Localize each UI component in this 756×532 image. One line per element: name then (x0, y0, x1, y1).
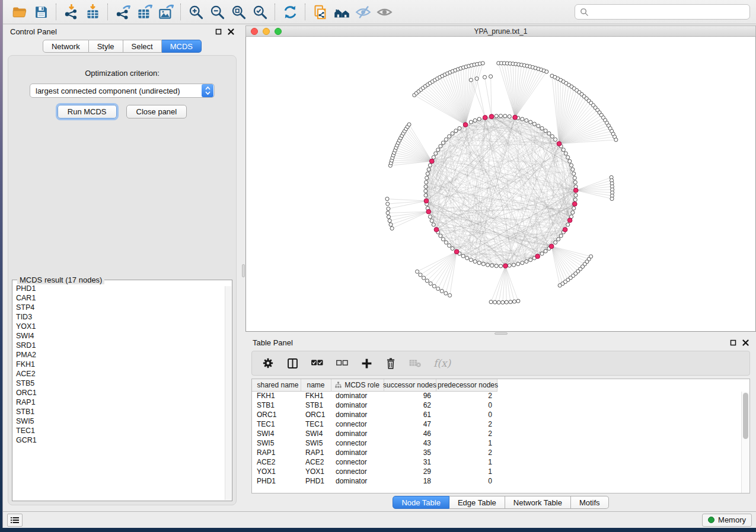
close-panel-icon[interactable] (228, 28, 234, 35)
result-node-item[interactable]: SWI4 (16, 331, 232, 341)
show-column-icon[interactable] (286, 357, 299, 370)
close-panel-button[interactable]: Close panel (126, 105, 187, 118)
table-cell[interactable]: dominator (331, 476, 384, 486)
table-cell[interactable]: YOX1 (301, 467, 331, 476)
result-node-item[interactable]: TID3 (16, 312, 232, 322)
float-panel-icon[interactable] (730, 339, 736, 346)
hide-selected-icon[interactable] (352, 2, 374, 21)
tab-motifs[interactable]: Motifs (571, 496, 609, 509)
result-scrollbar[interactable] (225, 286, 231, 500)
memory-button[interactable]: Memory (702, 514, 752, 527)
table-cell[interactable]: 0 (436, 410, 497, 419)
float-panel-icon[interactable] (215, 28, 222, 35)
column-header-MCDS-role[interactable]: MCDS role (331, 379, 384, 391)
table-cell[interactable]: dominator (331, 448, 384, 457)
table-cell[interactable]: RAP1 (252, 448, 301, 457)
table-cell[interactable]: SWI5 (252, 438, 301, 448)
result-node-item[interactable]: PHD1 (16, 284, 232, 293)
export-image-icon[interactable] (155, 2, 176, 21)
table-cell[interactable]: 47 (384, 419, 436, 429)
result-node-item[interactable]: RAP1 (16, 398, 232, 407)
table-cell[interactable]: dominator (331, 410, 384, 419)
tab-mcds[interactable]: MCDS (162, 40, 202, 53)
result-node-item[interactable]: STB5 (16, 379, 232, 388)
search-input[interactable] (575, 4, 750, 20)
table-cell[interactable]: STB1 (301, 400, 331, 410)
show-all-icon[interactable] (374, 2, 395, 21)
table-row[interactable]: STB1STB1dominator620 (252, 400, 497, 410)
export-table-icon[interactable] (133, 2, 155, 21)
table-scrollbar[interactable] (741, 392, 749, 493)
table-cell[interactable]: 0 (436, 400, 497, 410)
table-cell[interactable]: SWI4 (301, 429, 331, 438)
node-table-header[interactable]: shared namenameMCDS rolesuccessor nodesp… (252, 379, 497, 391)
delete-icon[interactable] (385, 357, 397, 370)
optimization-criterion-select[interactable]: largest connected component (undirected) (30, 84, 215, 98)
table-cell[interactable]: SWI4 (252, 429, 301, 438)
tab-select[interactable]: Select (123, 40, 162, 53)
table-cell[interactable]: 61 (384, 410, 436, 419)
table-cell[interactable]: ORC1 (252, 410, 301, 419)
table-cell[interactable]: ORC1 (301, 410, 331, 419)
save-session-icon[interactable] (30, 2, 52, 21)
run-mcds-button[interactable]: Run MCDS (58, 105, 117, 118)
tab-node-table[interactable]: Node Table (393, 496, 449, 509)
search-field[interactable] (592, 8, 745, 17)
tab-edge-table[interactable]: Edge Table (449, 496, 505, 509)
vertical-splitter[interactable] (241, 24, 245, 511)
result-node-item[interactable]: ORC1 (16, 388, 232, 398)
tab-network[interactable]: Network (43, 40, 89, 53)
import-network-icon[interactable] (60, 2, 82, 21)
select-all-icon[interactable] (311, 358, 324, 368)
table-cell[interactable]: TEC1 (301, 419, 331, 429)
result-node-item[interactable]: FKH1 (16, 360, 232, 369)
table-cell[interactable]: 2 (436, 448, 497, 457)
result-node-item[interactable]: STP4 (16, 303, 232, 312)
result-node-item[interactable]: SRD1 (16, 341, 232, 350)
refresh-icon[interactable] (279, 2, 301, 21)
mcds-result-list[interactable]: PHD1CAR1STP4TID3YOX1SWI4SRD1PMA2FKH1ACE2… (12, 280, 232, 501)
table-cell[interactable]: 1 (436, 438, 497, 448)
table-row[interactable]: SWI5SWI5connector431 (252, 438, 497, 448)
table-cell[interactable]: RAP1 (301, 448, 331, 457)
splitter-grip[interactable] (495, 332, 508, 335)
table-cell[interactable]: 29 (384, 467, 436, 476)
zoom-out-icon[interactable] (206, 2, 228, 21)
table-row[interactable]: YOX1YOX1connector291 (252, 467, 497, 476)
table-cell[interactable]: ACE2 (301, 457, 331, 467)
result-node-item[interactable]: PMA2 (16, 350, 232, 360)
zoom-selected-icon[interactable] (249, 2, 270, 21)
network-canvas[interactable] (245, 37, 756, 332)
table-cell[interactable]: connector (331, 419, 384, 429)
table-cell[interactable]: TEC1 (252, 419, 301, 429)
zoom-fit-icon[interactable] (228, 2, 249, 21)
tab-network-table[interactable]: Network Table (505, 496, 571, 509)
table-cell[interactable]: 2 (436, 391, 497, 400)
table-cell[interactable]: 35 (384, 448, 436, 457)
import-table-icon[interactable] (82, 2, 103, 21)
table-cell[interactable]: 31 (384, 457, 436, 467)
export-network-icon[interactable] (112, 2, 133, 21)
table-cell[interactable]: 43 (384, 438, 436, 448)
table-cell[interactable]: 1 (436, 457, 497, 467)
column-header-name[interactable]: name (301, 379, 331, 391)
open-file-icon[interactable] (9, 2, 30, 21)
graph-nodes[interactable] (385, 62, 618, 305)
result-node-item[interactable]: CAR1 (16, 293, 232, 303)
table-cell[interactable]: dominator (331, 400, 384, 410)
result-node-item[interactable]: ACE2 (16, 369, 232, 379)
table-settings-gear-icon[interactable] (261, 357, 275, 370)
table-cell[interactable]: PHD1 (252, 476, 301, 486)
splitter-grip[interactable] (242, 264, 245, 277)
table-cell[interactable]: STB1 (252, 400, 301, 410)
table-row[interactable]: RAP1RAP1dominator352 (252, 448, 497, 457)
add-icon[interactable] (361, 357, 373, 370)
scrollbar-thumb[interactable] (743, 393, 748, 439)
task-history-button[interactable] (7, 514, 23, 527)
table-row[interactable]: TEC1TEC1connector472 (252, 419, 497, 429)
table-cell[interactable]: PHD1 (301, 476, 331, 486)
table-cell[interactable]: 18 (384, 476, 436, 486)
result-node-item[interactable]: TEC1 (16, 426, 232, 435)
first-neighbors-icon[interactable] (331, 2, 352, 21)
tab-style[interactable]: Style (89, 40, 123, 53)
